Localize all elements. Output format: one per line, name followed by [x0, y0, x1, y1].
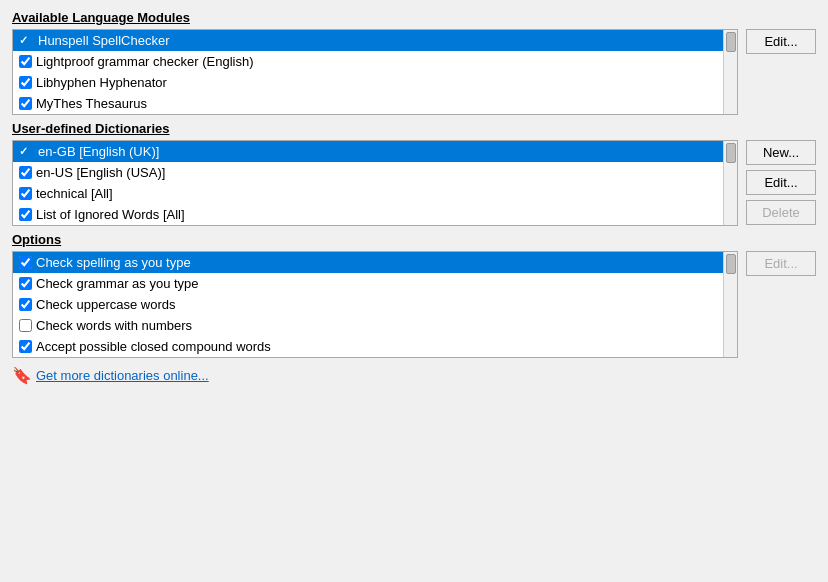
list-item[interactable]: ✓Hunspell SpellChecker: [13, 30, 723, 51]
available-buttons-col: Edit...: [746, 29, 816, 54]
list-item[interactable]: Check grammar as you type: [13, 273, 723, 294]
dict-label: List of Ignored Words [All]: [36, 207, 185, 222]
available-modules-list[interactable]: ✓Hunspell SpellCheckerLightproof grammar…: [12, 29, 738, 115]
option-label: Check words with numbers: [36, 318, 192, 333]
checkmark: ✓: [19, 145, 34, 158]
bottom-link-row: 🔖 Get more dictionaries online...: [12, 364, 816, 387]
list-item[interactable]: Accept possible closed compound words: [13, 336, 723, 357]
option-checkbox[interactable]: [19, 340, 32, 353]
edit-available-button[interactable]: Edit...: [746, 29, 816, 54]
option-checkbox[interactable]: [19, 256, 32, 269]
available-scrollbar[interactable]: [723, 30, 737, 114]
available-scrollbar-thumb: [726, 32, 736, 52]
list-item[interactable]: Check spelling as you type: [13, 252, 723, 273]
module-label: MyThes Thesaurus: [36, 96, 147, 111]
option-checkbox[interactable]: [19, 298, 32, 311]
options-list[interactable]: Check spelling as you typeCheck grammar …: [12, 251, 738, 358]
list-item[interactable]: ✓en-GB [English (UK)]: [13, 141, 723, 162]
list-item[interactable]: en-US [English (USA)]: [13, 162, 723, 183]
list-item[interactable]: Check words with numbers: [13, 315, 723, 336]
options-label: Options: [12, 232, 816, 247]
option-label: Check uppercase words: [36, 297, 175, 312]
edit-options-button[interactable]: Edit...: [746, 251, 816, 276]
dict-checkbox[interactable]: [19, 187, 32, 200]
dictionaries-link-icon: 🔖: [12, 366, 32, 385]
new-dict-button[interactable]: New...: [746, 140, 816, 165]
list-item[interactable]: MyThes Thesaurus: [13, 93, 723, 114]
list-item[interactable]: Check uppercase words: [13, 294, 723, 315]
option-label: Check spelling as you type: [36, 255, 191, 270]
module-checkbox[interactable]: [19, 55, 32, 68]
user-dicts-section: User-defined Dictionaries ✓en-GB [Englis…: [12, 121, 816, 226]
available-modules-section: Available Language Modules ✓Hunspell Spe…: [12, 10, 816, 115]
dict-label: en-US [English (USA)]: [36, 165, 165, 180]
dict-label: technical [All]: [36, 186, 113, 201]
user-dicts-label: User-defined Dictionaries: [12, 121, 816, 136]
user-dicts-list[interactable]: ✓en-GB [English (UK)]en-US [English (USA…: [12, 140, 738, 226]
list-item[interactable]: Lightproof grammar checker (English): [13, 51, 723, 72]
module-label: Lightproof grammar checker (English): [36, 54, 253, 69]
list-item[interactable]: List of Ignored Words [All]: [13, 204, 723, 225]
module-label: Libhyphen Hyphenator: [36, 75, 167, 90]
options-section: Options Check spelling as you typeCheck …: [12, 232, 816, 358]
options-scrollbar[interactable]: [723, 252, 737, 357]
module-checkbox[interactable]: [19, 76, 32, 89]
module-label: Hunspell SpellChecker: [38, 33, 170, 48]
checkmark: ✓: [19, 34, 34, 47]
edit-dict-button[interactable]: Edit...: [746, 170, 816, 195]
module-checkbox[interactable]: [19, 97, 32, 110]
option-checkbox[interactable]: [19, 319, 32, 332]
list-item[interactable]: technical [All]: [13, 183, 723, 204]
option-label: Check grammar as you type: [36, 276, 199, 291]
dict-label: en-GB [English (UK)]: [38, 144, 159, 159]
dict-checkbox[interactable]: [19, 166, 32, 179]
user-dicts-scrollbar-thumb: [726, 143, 736, 163]
user-dicts-scrollbar[interactable]: [723, 141, 737, 225]
options-scrollbar-thumb: [726, 254, 736, 274]
dict-checkbox[interactable]: [19, 208, 32, 221]
user-dicts-buttons-col: New... Edit... Delete: [746, 140, 816, 225]
available-modules-label: Available Language Modules: [12, 10, 816, 25]
get-more-dictionaries-link[interactable]: Get more dictionaries online...: [36, 368, 209, 383]
option-label: Accept possible closed compound words: [36, 339, 271, 354]
list-item[interactable]: Libhyphen Hyphenator: [13, 72, 723, 93]
option-checkbox[interactable]: [19, 277, 32, 290]
options-buttons-col: Edit...: [746, 251, 816, 276]
delete-dict-button[interactable]: Delete: [746, 200, 816, 225]
